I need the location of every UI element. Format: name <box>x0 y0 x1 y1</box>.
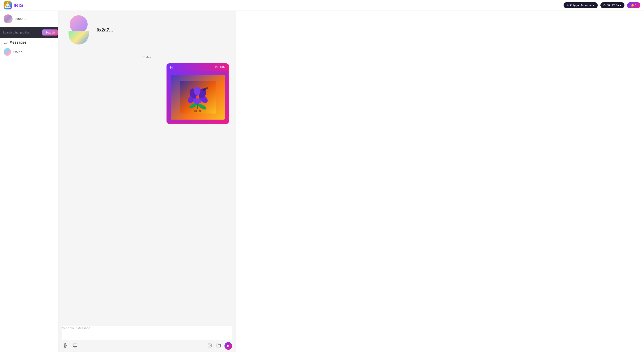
network-badge[interactable]: Polygon Mumbai ▾ <box>564 2 598 8</box>
message-time: 13:17PM <box>214 66 226 69</box>
mic-button[interactable] <box>62 342 68 350</box>
top-bar-right: Polygon Mumbai ▾ 0x56...F13a ▾ 🔔 1 <box>564 2 640 8</box>
network-dot <box>567 4 568 6</box>
input-toolbar <box>62 341 232 350</box>
wallet-badge[interactable]: 0x56...F13a ▾ <box>600 2 625 8</box>
current-user-avatar <box>4 14 12 24</box>
input-right-icons <box>206 342 232 350</box>
top-bar: IRIS Polygon Mumbai ▾ 0x56...F13a ▾ 🔔 1 <box>0 0 644 11</box>
search-area: Search <box>0 27 58 38</box>
wallet-label: 0x56...F13a <box>604 4 619 7</box>
send-button[interactable] <box>224 342 232 350</box>
input-left-icons <box>62 342 78 350</box>
chat-header: 0x2a7... <box>58 11 236 49</box>
chat-input-area <box>58 324 236 352</box>
iris-flower-svg: IRIS <box>180 81 216 114</box>
messages-container: Today Hi 13:17PM <box>58 49 236 324</box>
main-layout: 0x56d... Search Messages 0x2a7... <box>0 11 644 352</box>
svg-rect-19 <box>73 344 77 346</box>
chat-header-name: 0x2a7... <box>96 28 113 32</box>
search-button[interactable]: Search <box>42 30 58 36</box>
notification-button[interactable]: 🔔 1 <box>627 2 640 8</box>
messages-section-title: Messages <box>10 40 27 44</box>
network-chevron: ▾ <box>593 4 594 7</box>
svg-point-23 <box>209 344 210 345</box>
wallet-chevron: ▾ <box>620 4 621 7</box>
current-user-address: 0x56d... <box>15 17 26 21</box>
message-text: Hi <box>170 66 173 69</box>
nft-image: IRIS <box>171 75 225 120</box>
avatar-circle-bottom <box>68 31 89 44</box>
svg-marker-24 <box>227 344 229 347</box>
folder-button[interactable] <box>216 342 222 350</box>
contact-avatar <box>4 48 11 56</box>
bubble-content: IRIS <box>166 71 229 124</box>
chat-header-avatar <box>65 15 92 44</box>
message-bubble: Hi 13:17PM <box>166 64 229 124</box>
right-panel <box>236 11 644 352</box>
contact-item[interactable]: 0x2a7... <box>0 46 58 58</box>
network-label: Polygon Mumbai <box>570 4 592 7</box>
messages-icon <box>4 40 8 44</box>
contact-name: 0x2a7... <box>14 50 25 54</box>
svg-point-10 <box>193 98 201 104</box>
message-input[interactable] <box>62 326 232 340</box>
app-logo <box>4 1 12 10</box>
bubble-header: Hi 13:17PM <box>166 64 229 71</box>
avatar-circle-top <box>70 15 88 33</box>
svg-point-13 <box>194 86 200 96</box>
date-divider: Today <box>65 56 229 59</box>
search-input[interactable] <box>3 30 40 36</box>
sidebar-profile: 0x56d... <box>0 11 58 27</box>
top-bar-left: IRIS <box>4 1 23 10</box>
chat-panel: 0x2a7... Today Hi 13:17PM <box>58 11 236 352</box>
sidebar: 0x56d... Search Messages 0x2a7... <box>0 11 58 352</box>
nft-card: IRIS <box>167 71 228 123</box>
screen-button[interactable] <box>72 342 78 350</box>
image-button[interactable] <box>206 342 213 350</box>
app-title: IRIS <box>14 2 23 8</box>
svg-text:IRIS: IRIS <box>194 110 201 112</box>
messages-section-header: Messages <box>0 38 58 46</box>
